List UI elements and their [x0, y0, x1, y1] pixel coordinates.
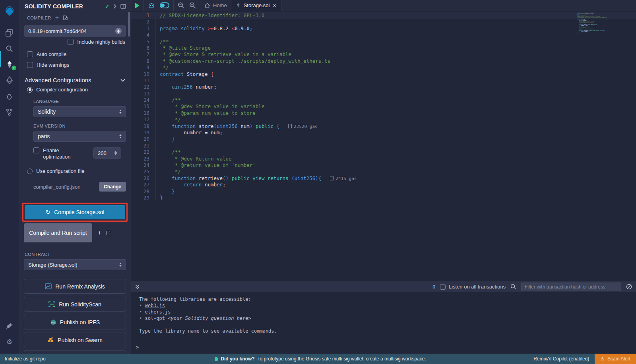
compile-and-run-button[interactable]: Compile and Run script	[24, 223, 92, 242]
code-editor[interactable]: 1// SPDX-License-Identifier: GPL-3.023pr…	[131, 11, 636, 281]
open-compiler-file-icon[interactable]	[63, 15, 68, 21]
line-number[interactable]: 7	[131, 51, 156, 58]
line-number[interactable]: 3	[131, 25, 156, 32]
line-number[interactable]: 27	[131, 182, 156, 188]
code-area[interactable]: 1// SPDX-License-Identifier: GPL-3.023pr…	[131, 11, 636, 281]
line-number[interactable]: 10	[131, 71, 156, 77]
search-icon[interactable]	[0, 41, 19, 56]
listen-all-transactions-checkbox[interactable]	[440, 284, 446, 290]
enable-optimization-checkbox[interactable]	[33, 147, 39, 153]
solidity-compiler-icon[interactable]: ✓	[0, 56, 19, 72]
settings-gear-icon[interactable]: ⚙	[0, 334, 19, 350]
zoom-in-icon[interactable]	[189, 2, 196, 9]
line-number[interactable]: 6	[131, 45, 156, 51]
code-text: /**	[156, 149, 181, 155]
git-init-status[interactable]: Initialize as git repo	[0, 356, 215, 362]
terminal-search-icon[interactable]	[510, 284, 516, 290]
language-select[interactable]: Solidity	[33, 106, 126, 117]
terminal-output[interactable]: The following libraries are accessible:•…	[131, 292, 636, 354]
code-text: /**	[156, 97, 181, 103]
line-number[interactable]: 17	[131, 116, 156, 123]
optimization-runs-input[interactable]: 200	[93, 147, 121, 159]
line-number[interactable]: 25	[131, 168, 156, 175]
use-configuration-file-radio[interactable]	[27, 168, 33, 174]
debugger-icon[interactable]	[0, 88, 19, 104]
action-button-run-remix-analysis[interactable]: Run Remix Analysis	[24, 279, 126, 294]
ipfs-icon: IPFS	[50, 319, 56, 325]
change-config-button[interactable]: Change	[99, 182, 126, 192]
evm-version-select[interactable]: paris	[33, 131, 126, 142]
code-line: 23 * @dev Return value	[131, 156, 636, 162]
line-number[interactable]: 2	[131, 19, 156, 25]
evm-version-value: paris	[38, 133, 50, 139]
line-number[interactable]: 5	[131, 39, 156, 45]
copilot-toggle[interactable]	[160, 2, 169, 8]
deploy-run-icon[interactable]	[0, 72, 19, 88]
add-compiler-icon[interactable]: +	[55, 14, 59, 21]
panel-scrollbar[interactable]	[128, 12, 130, 37]
pin-panel-icon[interactable]	[120, 4, 126, 9]
line-number[interactable]: 22	[131, 149, 156, 155]
line-number[interactable]: 20	[131, 136, 156, 142]
remix-logo[interactable]	[0, 3, 19, 19]
home-tab[interactable]: Home	[200, 0, 231, 11]
scam-alert-badge[interactable]: ⚠ Scam Alert	[595, 354, 636, 364]
file-explorer-icon[interactable]	[0, 25, 19, 41]
compile-button[interactable]: ↻ Compile Storage.sol	[25, 205, 125, 219]
line-number[interactable]: 12	[131, 84, 156, 90]
chevron-down-icon	[120, 79, 125, 82]
compiler-configuration-radio[interactable]	[27, 87, 33, 93]
include-nightly-label: Include nightly builds	[77, 39, 125, 45]
action-button-run-solidityscan[interactable]: Run SolidityScan	[24, 297, 126, 312]
transaction-filter-input[interactable]	[521, 283, 621, 291]
line-number[interactable]: 15	[131, 103, 156, 110]
clear-terminal-icon[interactable]	[626, 284, 632, 290]
info-icon[interactable]: i	[99, 230, 100, 236]
scam-alert-label: Scam Alert	[607, 356, 630, 362]
line-number[interactable]: 1	[131, 12, 156, 19]
code-text: * @dev Store value in variable	[156, 103, 264, 110]
line-number[interactable]: 21	[131, 143, 156, 149]
include-nightly-checkbox[interactable]	[68, 39, 74, 45]
line-number[interactable]: 9	[131, 64, 156, 71]
chevron-right-icon[interactable]	[113, 4, 116, 9]
line-number[interactable]: 26	[131, 175, 156, 182]
collapse-terminal-icon[interactable]	[135, 285, 140, 289]
plugin-connect-icon[interactable]	[0, 104, 19, 120]
action-button-publish-on-ipfs[interactable]: IPFSPublish on IPFS	[24, 315, 126, 329]
code-text: // SPDX-License-Identifier: GPL-3.0	[156, 12, 264, 19]
terminal-library-link[interactable]: ethers.js	[145, 309, 171, 315]
line-number[interactable]: 14	[131, 97, 156, 103]
advanced-configurations-toggle[interactable]: Advanced Configurations	[19, 70, 131, 86]
chart-icon	[45, 283, 52, 289]
compiler-version-select[interactable]: 0.8.19+commit.7dd6d404	[24, 25, 126, 37]
line-number[interactable]: 23	[131, 156, 156, 162]
line-number[interactable]: 19	[131, 130, 156, 136]
plug-icon[interactable]	[0, 318, 19, 334]
line-number[interactable]: 16	[131, 110, 156, 116]
tab-storage-sol[interactable]: Storage.sol ×	[231, 0, 281, 11]
line-number[interactable]: 28	[131, 188, 156, 195]
ai-copilot-robot-icon[interactable]	[148, 2, 155, 9]
copy-icon[interactable]	[107, 231, 110, 235]
line-number[interactable]: 18	[131, 123, 156, 130]
terminal-library-link[interactable]: web3.js	[145, 303, 165, 308]
terminal-prompt[interactable]: >	[136, 344, 139, 350]
run-script-play-button[interactable]	[135, 3, 140, 8]
line-number[interactable]: 13	[131, 91, 156, 97]
line-number[interactable]: 8	[131, 58, 156, 64]
contract-select[interactable]: Storage (Storage.sol)	[24, 259, 126, 270]
hide-warnings-checkbox[interactable]	[27, 62, 33, 68]
editor-minimap[interactable]: // SPDX-License-Identifier: GPL-3.0pragm…	[576, 12, 609, 35]
action-button-compilation-details[interactable]: Compilation Details	[24, 350, 126, 354]
auto-compile-checkbox[interactable]	[27, 51, 33, 57]
zoom-out-icon[interactable]	[178, 2, 184, 9]
code-line: 2	[131, 19, 636, 25]
line-number[interactable]: 29	[131, 195, 156, 201]
code-text: pragma solidity >=0.8.2 <0.9.0;	[156, 25, 252, 32]
close-tab-icon[interactable]: ×	[273, 2, 276, 9]
line-number[interactable]: 4	[131, 32, 156, 38]
line-number[interactable]: 11	[131, 77, 156, 84]
line-number[interactable]: 24	[131, 162, 156, 168]
action-button-publish-on-swarm[interactable]: Publish on Swarm	[24, 333, 126, 347]
